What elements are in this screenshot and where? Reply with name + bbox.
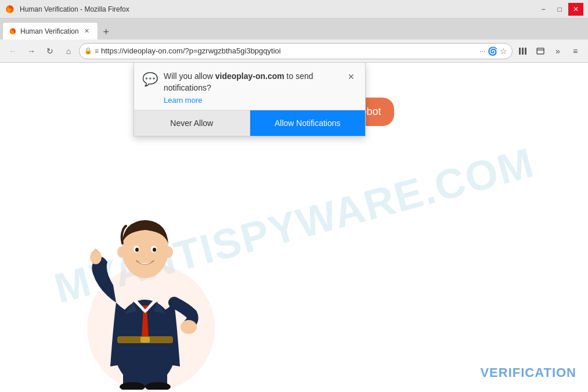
- svg-point-14: [164, 246, 173, 258]
- svg-rect-2: [519, 48, 521, 55]
- popup-domain: videoplay-on.com: [215, 71, 284, 81]
- svg-point-11: [135, 248, 139, 252]
- tab-bar: Human Verification ✕ +: [0, 19, 588, 39]
- page-content: MYANTISPYWARE.COM 💬 Will you allow video…: [0, 63, 588, 392]
- reader-view-icon: ≡: [95, 47, 99, 55]
- security-icon: 🔒: [84, 47, 92, 55]
- address-bar-container: 🔒 ≡ ··· 🌀 ☆: [79, 43, 513, 59]
- close-button[interactable]: ✕: [568, 3, 583, 16]
- window-controls: − □ ✕: [536, 3, 583, 16]
- minimize-button[interactable]: −: [536, 3, 551, 16]
- svg-point-16: [181, 320, 197, 334]
- popup-header: 💬 Will you allow videoplay-on.com to sen…: [134, 63, 365, 110]
- verification-label: VERIFICATION: [480, 365, 576, 380]
- tab-close-button[interactable]: ✕: [82, 27, 92, 36]
- firefox-logo-icon: [5, 4, 15, 15]
- svg-rect-4: [525, 48, 526, 55]
- popup-close-button[interactable]: ✕: [345, 71, 357, 82]
- pocket-icon: 🌀: [488, 46, 497, 56]
- never-allow-button[interactable]: Never Allow: [134, 110, 250, 136]
- refresh-button[interactable]: ↻: [42, 43, 58, 59]
- title-bar-left: Human Verification - Mozilla Firefox: [5, 4, 129, 15]
- notification-popup: 💬 Will you allow videoplay-on.com to sen…: [134, 63, 366, 136]
- window-title: Human Verification - Mozilla Firefox: [20, 5, 129, 13]
- notification-dialog-icon: 💬: [142, 72, 158, 87]
- tab-label: Human Verification: [20, 27, 79, 35]
- popup-buttons: Never Allow Allow Notifications: [134, 110, 365, 136]
- back-button[interactable]: ←: [5, 43, 21, 59]
- new-tab-button[interactable]: +: [98, 24, 114, 39]
- more-options-icon: ···: [479, 47, 485, 55]
- svg-rect-18: [140, 337, 150, 343]
- forward-button[interactable]: →: [23, 43, 39, 59]
- nav-right-icons: » ≡: [515, 43, 583, 59]
- learn-more-link[interactable]: Learn more: [164, 96, 202, 105]
- svg-rect-5: [537, 48, 544, 54]
- library-icon: [518, 46, 528, 56]
- menu-button[interactable]: ≡: [567, 43, 583, 59]
- synced-tabs-button[interactable]: [532, 43, 549, 59]
- more-tools-button[interactable]: »: [550, 43, 566, 59]
- tab-favicon-icon: [9, 27, 17, 35]
- tab-human-verification[interactable]: Human Verification ✕: [2, 22, 98, 39]
- maximize-button[interactable]: □: [552, 3, 567, 16]
- svg-point-12: [153, 248, 156, 252]
- address-input[interactable]: [101, 46, 477, 55]
- character-area: [70, 163, 221, 392]
- title-bar: Human Verification - Mozilla Firefox − □…: [0, 0, 588, 19]
- synced-tabs-icon: [536, 46, 545, 56]
- svg-rect-3: [522, 48, 524, 55]
- library-button[interactable]: [515, 43, 531, 59]
- star-bookmark-icon: ☆: [500, 46, 507, 56]
- allow-notifications-button[interactable]: Allow Notifications: [250, 110, 366, 136]
- character-illustration: [70, 163, 221, 390]
- popup-title-prefix: Will you allow: [164, 71, 215, 81]
- nav-bar: ← → ↻ ⌂ 🔒 ≡ ··· 🌀 ☆ » ≡: [0, 39, 588, 63]
- home-button[interactable]: ⌂: [60, 43, 77, 59]
- svg-point-13: [117, 246, 127, 258]
- popup-title: Will you allow videoplay-on.com to send …: [164, 71, 340, 93]
- popup-text-container: Will you allow videoplay-on.com to send …: [164, 71, 340, 105]
